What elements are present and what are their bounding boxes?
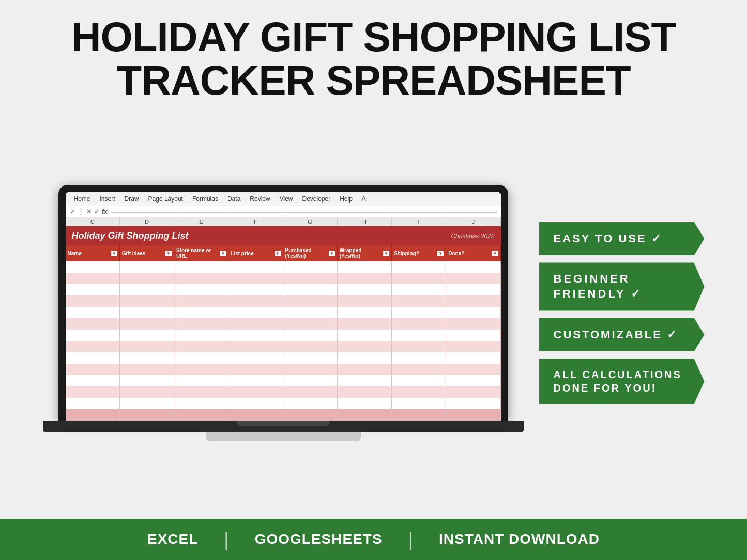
data-cell [392, 318, 446, 330]
data-cell [392, 273, 446, 284]
fx-icon: fx [102, 208, 108, 215]
bottom-bar: EXCEL | GOOGLESHEETS | INSTANT DOWNLOAD [0, 519, 747, 560]
col-c: C [66, 217, 120, 226]
data-cell [66, 295, 120, 307]
data-cell [392, 307, 446, 318]
data-row [66, 364, 501, 375]
data-cell [66, 341, 120, 352]
data-cell [338, 273, 392, 284]
data-cell [446, 375, 500, 386]
dropdown-arrow-name: ▼ [111, 251, 117, 256]
data-cell [174, 330, 228, 341]
data-row-last [66, 409, 501, 421]
data-cell [228, 307, 283, 318]
formula-icons: ✓ ⋮ ✕ ✓ fx [70, 208, 108, 215]
col-j: J [446, 217, 500, 226]
data-cell [174, 261, 228, 273]
page-wrapper: HOLIDAY GIFT SHOPPING LIST TRACKER SPREA… [0, 0, 747, 560]
data-cell [228, 284, 283, 295]
data-cell [174, 273, 228, 284]
data-cell [120, 318, 174, 330]
data-cell [66, 375, 120, 386]
data-cell [66, 352, 120, 364]
data-cell [228, 330, 283, 341]
col-f: F [228, 217, 283, 226]
formula-input[interactable] [111, 211, 496, 213]
menu-data: Data [223, 194, 245, 204]
data-cell [174, 386, 228, 398]
data-cell [120, 364, 174, 375]
data-cell [446, 318, 500, 330]
data-cell [120, 273, 174, 284]
bottom-bar-divider-1: | [224, 528, 228, 550]
data-cell [446, 307, 500, 318]
data-cell [66, 284, 120, 295]
data-cell [446, 364, 500, 375]
data-cell [283, 273, 338, 284]
data-cell [392, 398, 446, 409]
col-header-row: C D E F G H I J [66, 217, 501, 226]
content-area: Home Insert Draw Page Layout Formulas Da… [0, 102, 747, 519]
menu-help: Help [336, 194, 357, 204]
menu-view: View [276, 194, 297, 204]
menu-insert: Insert [96, 194, 119, 204]
bottom-bar-excel: EXCEL [121, 531, 224, 548]
sheet-subtitle: Christmas 2022 [451, 232, 494, 240]
data-cell [174, 375, 228, 386]
data-cell [446, 409, 500, 421]
data-cell [446, 398, 500, 409]
badge-easy-text: EASY TO USE ✓ [554, 231, 690, 246]
menu-draw: Draw [120, 194, 143, 204]
data-cell [174, 364, 228, 375]
title-line2: TRACKER SPREADSHEET [116, 57, 630, 103]
checkmark-icon: ✓ [70, 208, 75, 215]
data-cell [174, 398, 228, 409]
menu-review: Review [246, 194, 274, 204]
col-e: E [174, 217, 228, 226]
data-cell [174, 295, 228, 307]
dots-icon: ⋮ [78, 208, 84, 215]
title-line1: HOLIDAY GIFT SHOPPING LIST [71, 14, 676, 60]
excel-menu-bar: Home Insert Draw Page Layout Formulas Da… [66, 192, 501, 206]
header-name: Name ▼ [66, 245, 120, 261]
col-g: G [283, 217, 338, 226]
menu-formulas: Formulas [188, 194, 222, 204]
data-cell [283, 284, 338, 295]
dropdown-arrow-shipping: ▼ [437, 251, 444, 256]
data-cell [446, 352, 500, 364]
laptop-screen-inner: Home Insert Draw Page Layout Formulas Da… [66, 192, 501, 421]
data-cell [338, 307, 392, 318]
data-cell [174, 284, 228, 295]
header-shipping: Shipping? ▼ [392, 245, 446, 261]
dropdown-arrow-done: ▼ [492, 251, 498, 256]
data-cell [228, 261, 283, 273]
confirm-icon: ✓ [94, 208, 100, 215]
badge-calc-text: ALL CALCULATIONSDONE FOR YOU! [554, 368, 690, 395]
data-cell [228, 273, 283, 284]
data-row [66, 295, 501, 307]
data-cell [446, 261, 500, 273]
data-cell [120, 352, 174, 364]
laptop-mockup: Home Insert Draw Page Layout Formulas Da… [43, 185, 524, 441]
excel-formula-bar: ✓ ⋮ ✕ ✓ fx [66, 206, 501, 217]
dropdown-arrow-wrapped: ▼ [383, 251, 389, 256]
data-cell [338, 352, 392, 364]
col-d: D [120, 217, 174, 226]
data-row [66, 352, 501, 364]
menu-developer: Developer [298, 194, 334, 204]
data-cell [66, 330, 120, 341]
laptop-base [43, 421, 524, 432]
laptop-screen-outer: Home Insert Draw Page Layout Formulas Da… [58, 185, 508, 421]
badge-beginner-friendly: BEGINNERFRIENDLY ✓ [539, 262, 705, 310]
data-cell [283, 330, 338, 341]
data-cell [66, 273, 120, 284]
header-wrapped: Wrapped(Yes/No) ▼ [338, 245, 392, 261]
data-cell [392, 261, 446, 273]
data-cell [120, 261, 174, 273]
data-row [66, 341, 501, 352]
data-cell [392, 284, 446, 295]
data-cell [283, 341, 338, 352]
data-cell [338, 295, 392, 307]
data-cell [338, 375, 392, 386]
header-done: Done? ▼ [446, 245, 500, 261]
